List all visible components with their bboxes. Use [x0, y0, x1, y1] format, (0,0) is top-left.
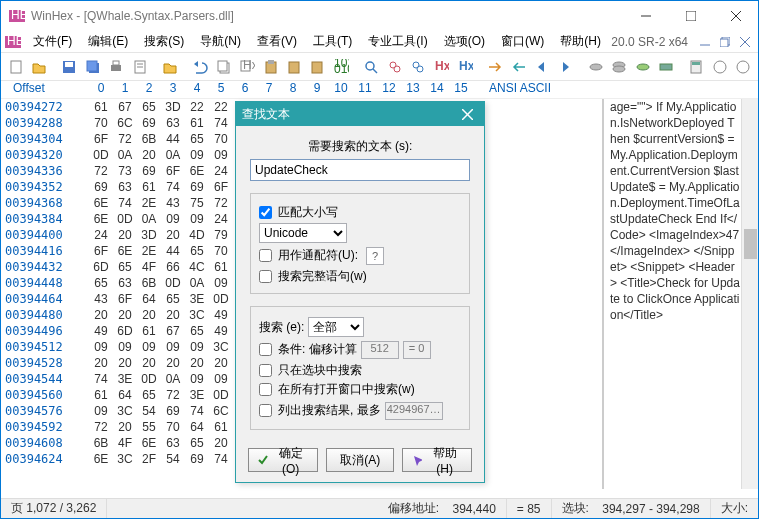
tb-goback[interactable] — [508, 56, 529, 78]
list-results-checkbox[interactable]: 列出搜索结果, 最多 — [259, 402, 381, 419]
menu-protools[interactable]: 专业工具(I) — [360, 31, 435, 52]
hex-byte[interactable]: 0D — [113, 211, 137, 227]
hex-byte[interactable]: 66 — [161, 259, 185, 275]
dialog-close-button[interactable] — [456, 103, 478, 125]
vertical-scrollbar[interactable] — [741, 99, 758, 489]
hex-byte[interactable]: 20 — [137, 355, 161, 371]
hex-byte[interactable]: 09 — [113, 339, 137, 355]
scroll-thumb[interactable] — [744, 229, 757, 259]
hex-byte[interactable]: 20 — [161, 307, 185, 323]
hex-byte[interactable]: 65 — [89, 275, 113, 291]
tb-paste3[interactable] — [307, 56, 328, 78]
hex-byte[interactable]: 6F — [89, 131, 113, 147]
tb-fwd[interactable] — [555, 56, 576, 78]
hex-byte[interactable]: 69 — [185, 179, 209, 195]
hex-byte[interactable]: 69 — [185, 451, 209, 467]
menu-window[interactable]: 窗口(W) — [493, 31, 552, 52]
tb-findtext[interactable] — [407, 56, 428, 78]
hex-byte[interactable]: 6F — [161, 163, 185, 179]
hex-byte[interactable]: 65 — [161, 291, 185, 307]
encoding-select[interactable]: Unicode — [259, 223, 347, 243]
hex-byte[interactable]: 20 — [137, 147, 161, 163]
tb-copy[interactable] — [213, 56, 234, 78]
mdi-minimize[interactable] — [696, 34, 714, 50]
hex-byte[interactable]: 0D — [209, 291, 233, 307]
hex-byte[interactable]: 6B — [89, 435, 113, 451]
hex-byte[interactable]: 6D — [89, 259, 113, 275]
hex-byte[interactable]: 73 — [113, 163, 137, 179]
hex-byte[interactable]: 65 — [113, 259, 137, 275]
cancel-button[interactable]: 取消(A) — [326, 448, 394, 472]
tb-paste[interactable] — [260, 56, 281, 78]
hex-byte[interactable]: 65 — [137, 387, 161, 403]
hex-byte[interactable]: 79 — [209, 227, 233, 243]
hex-byte[interactable]: 49 — [89, 323, 113, 339]
hex-byte[interactable]: 20 — [161, 227, 185, 243]
hex-byte[interactable]: 6E — [185, 163, 209, 179]
ok-button[interactable]: 确定(O) — [248, 448, 318, 472]
hex-byte[interactable]: 22 — [209, 99, 233, 115]
hex-byte[interactable]: 65 — [185, 131, 209, 147]
hex-byte[interactable]: 61 — [89, 387, 113, 403]
wildcard-char-box[interactable]: ? — [366, 247, 384, 265]
hex-byte[interactable]: 20 — [209, 435, 233, 451]
hex-byte[interactable]: 20 — [137, 307, 161, 323]
tb-findhex[interactable] — [384, 56, 405, 78]
hex-byte[interactable]: 09 — [185, 339, 209, 355]
tb-open[interactable] — [28, 56, 49, 78]
hex-byte[interactable]: 09 — [185, 147, 209, 163]
hex-byte[interactable]: 3E — [185, 291, 209, 307]
tb-disk3[interactable] — [632, 56, 653, 78]
hex-byte[interactable]: 3C — [185, 307, 209, 323]
hex-byte[interactable]: 49 — [209, 307, 233, 323]
hex-byte[interactable]: 74 — [113, 195, 137, 211]
tb-copyhex[interactable]: Hx — [237, 56, 258, 78]
hex-byte[interactable]: 20 — [113, 419, 137, 435]
tb-paste2[interactable] — [283, 56, 304, 78]
hex-byte[interactable]: 09 — [209, 371, 233, 387]
hex-byte[interactable]: 3D — [161, 99, 185, 115]
menu-tools[interactable]: 工具(T) — [305, 31, 360, 52]
hex-byte[interactable]: 61 — [137, 179, 161, 195]
help-button[interactable]: 帮助(H) — [402, 448, 472, 472]
tb-save[interactable] — [59, 56, 80, 78]
hex-byte[interactable]: 3C — [209, 339, 233, 355]
hex-byte[interactable]: 6B — [137, 275, 161, 291]
mdi-restore[interactable] — [716, 34, 734, 50]
only-selection-checkbox[interactable]: 只在选块中搜索 — [259, 362, 461, 379]
hex-byte[interactable]: 3C — [113, 403, 137, 419]
tb-replacetext[interactable]: Hx — [454, 56, 475, 78]
hex-byte[interactable]: 75 — [185, 195, 209, 211]
hex-byte[interactable]: 6E — [89, 451, 113, 467]
hex-byte[interactable]: 0D — [161, 275, 185, 291]
hex-byte[interactable]: 09 — [185, 211, 209, 227]
hex-byte[interactable]: 6F — [89, 243, 113, 259]
hex-byte[interactable]: 70 — [161, 419, 185, 435]
hex-byte[interactable]: 74 — [185, 403, 209, 419]
tb-undo[interactable] — [190, 56, 211, 78]
hex-byte[interactable]: 6D — [113, 323, 137, 339]
hex-byte[interactable]: 6C — [209, 403, 233, 419]
hex-byte[interactable]: 0D — [137, 371, 161, 387]
hex-byte[interactable]: 09 — [161, 211, 185, 227]
hex-byte[interactable]: 64 — [137, 291, 161, 307]
hex-byte[interactable]: 43 — [89, 291, 113, 307]
hex-byte[interactable]: 2E — [137, 243, 161, 259]
tb-new[interactable] — [5, 56, 26, 78]
hex-byte[interactable]: 09 — [89, 403, 113, 419]
hex-byte[interactable]: 61 — [89, 99, 113, 115]
hex-byte[interactable]: 67 — [161, 323, 185, 339]
hex-byte[interactable]: 6E — [89, 195, 113, 211]
hex-byte[interactable]: 24 — [209, 211, 233, 227]
hex-byte[interactable]: 09 — [89, 339, 113, 355]
menu-view[interactable]: 查看(V) — [249, 31, 305, 52]
hex-byte[interactable]: 65 — [185, 243, 209, 259]
hex-byte[interactable]: 4D — [185, 227, 209, 243]
wildcards-checkbox[interactable]: 用作通配符(U): — [259, 247, 358, 264]
hex-byte[interactable]: 54 — [161, 451, 185, 467]
hex-byte[interactable]: 72 — [89, 163, 113, 179]
hex-byte[interactable]: 6B — [137, 131, 161, 147]
hex-byte[interactable]: 63 — [161, 115, 185, 131]
hex-byte[interactable]: 44 — [161, 131, 185, 147]
menu-options[interactable]: 选项(O) — [436, 31, 493, 52]
